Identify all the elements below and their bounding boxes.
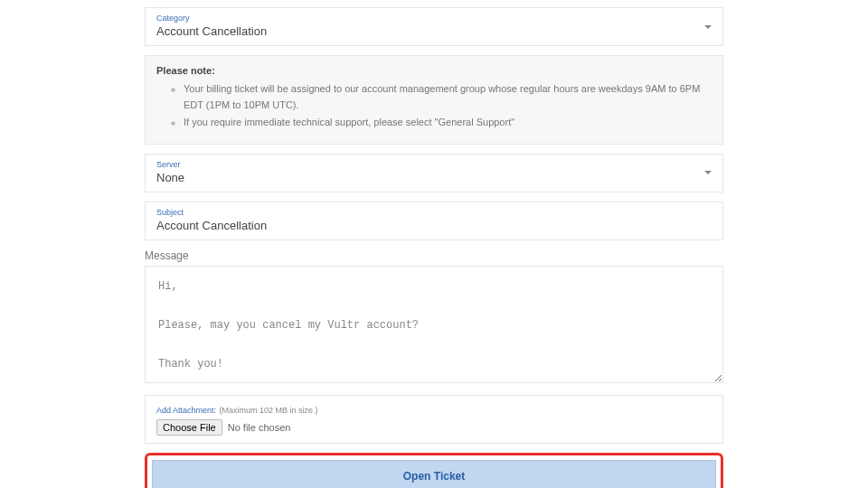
note-list: Your billing ticket will be assigned to … [156, 81, 712, 131]
category-label: Category [156, 14, 712, 23]
ticket-form: Category Account Cancellation Please not… [145, 0, 723, 488]
file-status: No file chosen [228, 422, 291, 433]
message-textarea[interactable] [145, 266, 723, 383]
subject-label: Subject [156, 208, 712, 217]
subject-value: Account Cancellation [156, 219, 267, 232]
attachment-label: Add Attachment: [156, 406, 216, 415]
category-select[interactable]: Category Account Cancellation [145, 7, 723, 46]
chevron-down-icon [704, 25, 712, 29]
chevron-down-icon [704, 171, 712, 174]
attachment-limit: (Maximum 102 MB in size.) [219, 406, 317, 415]
note-title: Please note: [156, 65, 712, 76]
message-label: Message [145, 249, 723, 262]
category-value: Account Cancellation [156, 24, 267, 38]
note-box: Please note: Your billing ticket will be… [145, 55, 723, 145]
subject-field[interactable]: Subject Account Cancellation [145, 202, 723, 240]
choose-file-button[interactable]: Choose File [156, 419, 222, 436]
attachment-box: Add Attachment: (Maximum 102 MB in size.… [145, 395, 723, 444]
server-label: Server [156, 160, 712, 169]
highlight-box: Open Ticket [145, 453, 723, 488]
note-item: Your billing ticket will be assigned to … [184, 81, 712, 113]
note-item: If you require immediate technical suppo… [184, 115, 712, 131]
open-ticket-button[interactable]: Open Ticket [152, 460, 716, 488]
server-value: None [156, 171, 184, 184]
server-select[interactable]: Server None [145, 154, 723, 192]
